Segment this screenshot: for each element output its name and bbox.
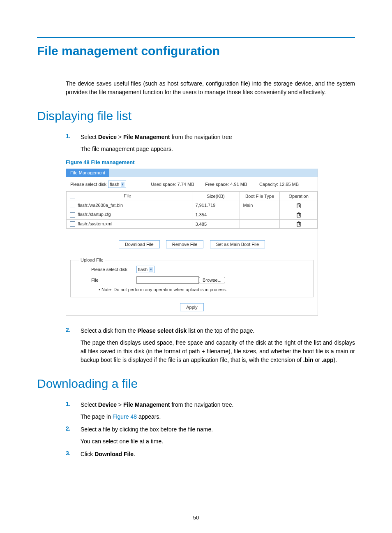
table-row: flash:/wa2600a_fat.bin 7,911.719 Main [67,201,318,210]
d1-b: Device [98,401,117,408]
remove-file-button[interactable]: Remove File [166,240,204,248]
section-displaying-title: Displaying file list [37,109,355,123]
step2-sub-c: or [314,357,322,363]
disk-select[interactable]: flash ▾ [108,181,126,188]
disk-select-value: flash [110,182,119,187]
upload-note-text: Note: Do not perform any operation when … [101,287,227,292]
step1-gt: > [117,134,123,140]
upload-note: • Note: Do not perform any operation whe… [99,287,308,292]
d3-b: Download File [95,451,134,457]
file-table: File Size(KB) Boot File Type Operation f… [66,191,318,229]
file-name: flash:/system.xml [78,221,112,226]
d2-sub: You can select one file at a time. [81,437,355,446]
tab-file-management[interactable]: File Management [66,169,109,177]
section-downloading-title: Downloading a file [37,377,355,391]
figure-link[interactable]: Figure 48 [113,413,137,420]
col-file: File [76,193,179,198]
row-checkbox[interactable] [70,212,75,218]
step1-filemgmt: File Management [123,134,170,140]
used-space: Used space: 7.74 MB [151,182,205,187]
d1-text: Select Device > File Management from the… [81,401,355,409]
row-checkbox[interactable] [70,203,75,208]
file-size: 3.485 [192,219,240,229]
step1-tail: from the navigation tree [170,134,232,140]
trash-icon[interactable] [296,203,301,208]
set-boot-button[interactable]: Set as Main Boot File [210,240,265,248]
d1-a: Select [81,401,98,408]
step1-text: Select Device > File Management from the… [81,133,355,141]
boot-type [240,219,280,229]
step1-device: Device [98,134,117,140]
download-file-button[interactable]: Download File [119,240,160,248]
upload-file-label: File [91,278,136,283]
step1-sub: The file management page appears. [81,145,355,153]
page-title: File management configuration [37,44,355,58]
d3-c: . [134,451,135,457]
file-size: 7,911.719 [192,201,240,210]
step2-b: Please select disk [138,327,187,334]
boot-type [240,210,280,220]
table-row: flash:/system.xml 3.485 [67,219,318,229]
d1-e: from the navigation tree. [170,401,234,408]
step2-sub-b: .bin [303,357,314,363]
boot-type: Main [240,201,280,210]
trash-icon[interactable] [296,221,301,227]
d1-d: File Management [123,401,170,408]
upload-legend: Upload File [79,257,105,262]
step2-text: Select a disk from the Please select dis… [81,327,355,335]
disk-select-label: Please select disk [70,182,106,187]
d1-number: 1. [66,401,81,409]
d1-sub: The page in Figure 48 appears. [81,412,355,421]
step2-sub: The page then displays used space, free … [81,338,355,364]
file-name: flash:/startup.cfg [78,212,111,217]
apply-button[interactable]: Apply [180,303,204,311]
d2-text: Select a file by clicking the box before… [81,425,355,434]
upload-file-input[interactable] [136,276,199,284]
capacity: Capacity: 12.65 MB [259,182,314,187]
row-checkbox[interactable] [70,221,75,227]
d1-sub-c: appears. [137,413,161,420]
step2-sub-e: ). [334,357,337,363]
d2-number: 2. [66,425,81,434]
page-number: 50 [0,514,392,521]
select-all-checkbox[interactable] [70,194,75,199]
upload-disk-value: flash [138,267,148,272]
d3-text: Click Download File. [81,450,355,459]
file-name: flash:/wa2600a_fat.bin [78,203,123,208]
d1-c: > [117,401,123,408]
chevron-down-icon: ▾ [121,182,125,187]
upload-disk-select[interactable]: flash ▾ [136,266,154,273]
d3-a: Click [81,451,95,457]
d3-number: 3. [66,450,81,459]
col-size: Size(KB) [192,192,240,201]
col-boot: Boot File Type [240,192,280,201]
upload-disk-label: Please select disk [91,267,136,272]
figure-caption: Figure 48 File management [66,159,355,165]
file-size: 1.354 [192,210,240,220]
step2-sub-d: .app [322,357,334,363]
step1-text-a: Select [81,134,98,140]
trash-icon[interactable] [296,212,301,218]
col-operation: Operation [280,192,318,201]
step2-c: list on the top of the page. [187,327,254,334]
step1-number: 1. [66,133,81,141]
intro-paragraph: The device saves useful files (such as h… [66,79,355,97]
free-space: Free space: 4.91 MB [205,182,259,187]
step2-a: Select a disk from the [81,327,138,334]
table-row: flash:/startup.cfg 1.354 [67,210,318,220]
figure-screenshot: File Management Please select disk flash… [66,169,318,316]
step2-number: 2. [66,327,81,335]
d1-sub-a: The page in [81,413,113,420]
browse-button[interactable]: Browse... [199,277,225,283]
chevron-down-icon: ▾ [149,267,153,272]
